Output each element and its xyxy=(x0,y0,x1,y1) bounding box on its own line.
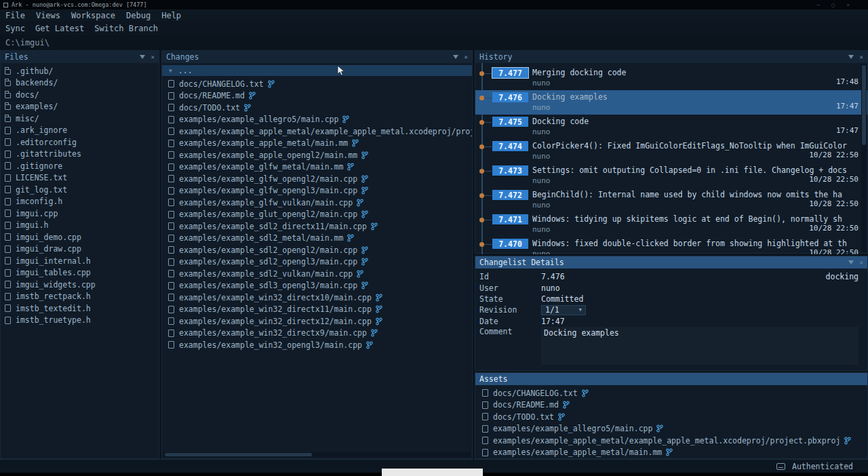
changeset-badge[interactable]: 7.476 xyxy=(492,92,528,102)
file-tree-item[interactable]: imgui.cpp xyxy=(1,207,159,220)
asset-item[interactable]: examples/example_apple_metal/example_app… xyxy=(475,435,867,447)
file-tree-item[interactable]: imgui_demo.cpp xyxy=(1,231,159,243)
file-tree-item[interactable]: imgui_draw.cpp xyxy=(1,243,159,256)
file-tree-item[interactable]: imgui_internal.h xyxy=(1,255,159,267)
changed-file-item[interactable]: examples/example_sdl2_directx11/main.cpp xyxy=(162,220,472,233)
close-button[interactable]: ✕ xyxy=(846,2,850,8)
minimize-button[interactable]: – xyxy=(817,2,821,8)
changed-file-item[interactable]: examples/example_win32_directx9/main.cpp xyxy=(162,328,472,340)
expand-arrow-icon[interactable]: ▼ xyxy=(169,68,172,74)
filter-icon[interactable] xyxy=(848,260,854,264)
changed-file-item[interactable]: examples/example_win32_directx12/main.cp… xyxy=(162,315,472,328)
changed-file-item[interactable]: docs/TODO.txt xyxy=(162,102,472,114)
close-panel-icon[interactable]: ✕ xyxy=(151,54,155,60)
changeset-row[interactable]: 7.474 ColorPicker4(): Fixed ImGuiColorEd… xyxy=(475,139,867,163)
changeset-row[interactable]: 7.472 BeginChild(): Internal name used b… xyxy=(475,188,867,212)
file-tree-item[interactable]: .github/ xyxy=(1,65,159,77)
changed-file-item[interactable]: examples/example_apple_metal/main.mm xyxy=(162,138,472,150)
file-tree-item[interactable]: backends/ xyxy=(1,77,159,90)
file-tree-item[interactable]: imstb_truetype.h xyxy=(1,315,159,327)
toolbar-button[interactable]: Sync xyxy=(5,22,30,35)
maximize-button[interactable]: ▢ xyxy=(831,2,835,8)
changed-file-item[interactable]: examples/example_win32_directx10/main.cp… xyxy=(162,292,472,304)
comment-box[interactable]: Docking examples xyxy=(541,327,859,365)
changes-panel-header: Changes ✕ xyxy=(162,51,472,63)
asset-item[interactable]: examples/example_apple_metal/main.mm xyxy=(475,447,867,459)
asset-item[interactable]: docs/TODO.txt xyxy=(475,411,867,423)
file-tree-item[interactable]: imgui_widgets.cpp xyxy=(1,279,159,291)
menu-item[interactable]: Views xyxy=(31,9,66,21)
file-tree-item[interactable]: imgui_tables.cpp xyxy=(1,267,159,279)
file-name: examples/example_glfw_vulkan/main.cpp xyxy=(179,198,353,207)
file-tree-item[interactable]: .gitignore xyxy=(1,160,159,172)
menu-item[interactable]: File xyxy=(0,9,31,21)
changed-file-item[interactable]: examples/example_sdl2_vulkan/main.cpp xyxy=(162,268,472,280)
changes-root-node[interactable]: ▼ ... xyxy=(162,65,472,76)
file-tree-item[interactable]: .editorconfig xyxy=(1,136,159,148)
file-icon xyxy=(5,222,11,229)
asset-item[interactable]: examples/example_allegro5/main.cpp xyxy=(475,423,867,435)
changed-file-item[interactable]: examples/example_glfw_opengl3/main.cpp xyxy=(162,185,472,197)
asset-item[interactable]: docs/CHANGELOG.txt xyxy=(475,387,867,399)
filter-icon[interactable] xyxy=(140,55,145,59)
changed-file-item[interactable]: examples/example_win32_opengl3/main.cpp xyxy=(162,339,472,351)
changeset-badge[interactable]: 7.472 xyxy=(492,190,528,200)
close-panel-icon[interactable]: ✕ xyxy=(860,54,863,60)
changed-file-item[interactable]: docs/README.md xyxy=(162,90,472,102)
changeset-row[interactable]: 7.476 Docking examples nuno 17:47 xyxy=(475,90,867,115)
menu-item[interactable]: Debug xyxy=(121,9,156,21)
menu-item[interactable]: Workspace xyxy=(66,9,121,21)
scrollbar-thumb[interactable] xyxy=(165,453,312,456)
changed-file-item[interactable]: examples/example_win32_directx11/main.cp… xyxy=(162,304,472,316)
toolbar-button[interactable]: Get Latest xyxy=(35,22,89,35)
scrollbar-thumb[interactable] xyxy=(862,65,866,145)
file-icon xyxy=(5,81,11,86)
changed-file-item[interactable]: docs/CHANGELOG.txt xyxy=(162,78,472,90)
changed-file-item[interactable]: examples/example_sdl2_metal/main.mm xyxy=(162,233,472,245)
file-tree-item[interactable]: .ark_ignore xyxy=(1,125,159,137)
filter-icon[interactable] xyxy=(453,55,458,59)
file-tree-item[interactable]: LICENSE.txt xyxy=(1,172,159,184)
modified-icon xyxy=(844,437,851,445)
changeset-badge[interactable]: 7.473 xyxy=(492,165,528,176)
changed-file-item[interactable]: examples/example_sdl2_opengl2/main.cpp xyxy=(162,244,472,256)
changed-file-item[interactable]: examples/example_glut_opengl2/main.cpp xyxy=(162,209,472,221)
changeset-row[interactable]: 7.475 Docking code nuno 17:47 xyxy=(475,115,867,139)
changeset-badge[interactable]: 7.471 xyxy=(492,214,528,224)
changeset-row[interactable]: 7.477 Merging docking code nuno 17:48 xyxy=(475,66,867,90)
file-tree-item[interactable]: docs/ xyxy=(1,89,159,101)
changed-file-item[interactable]: examples/example_glfw_vulkan/main.cpp xyxy=(162,197,472,209)
file-tree-item[interactable]: git_log.txt xyxy=(1,184,159,196)
menu-item[interactable]: Help xyxy=(156,9,186,21)
changeset-row[interactable]: 7.471 Windows: tidying up skipitems logi… xyxy=(475,212,867,237)
changed-file-item[interactable]: examples/example_allegro5/main.cpp xyxy=(162,114,472,126)
changed-file-item[interactable]: examples/example_glfw_metal/main.mm xyxy=(162,161,472,174)
file-name: examples/example_allegro5/main.cpp xyxy=(493,424,652,433)
file-tree-item[interactable]: imconfig.h xyxy=(1,196,159,208)
changeset-badge[interactable]: 7.477 xyxy=(492,68,528,78)
changed-file-item[interactable]: examples/example_apple_metal/example_app… xyxy=(162,125,472,138)
changeset-row[interactable]: 7.470 Windows: fixed double-clicked bord… xyxy=(475,237,867,254)
file-tree-item[interactable]: imstb_rectpack.h xyxy=(1,291,159,303)
asset-item[interactable]: docs/README.md xyxy=(475,399,867,412)
toolbar-button[interactable]: Switch Branch xyxy=(94,22,163,35)
changeset-badge[interactable]: 7.475 xyxy=(492,117,528,127)
filter-icon[interactable] xyxy=(848,55,854,59)
file-tree-item[interactable]: imstb_textedit.h xyxy=(1,302,159,315)
changeset-row[interactable]: 7.473 Settings: omit outputing Collapsed… xyxy=(475,163,867,188)
file-tree-item[interactable]: .gitattributes xyxy=(1,148,159,161)
close-panel-icon[interactable]: ✕ xyxy=(860,260,863,266)
close-panel-icon[interactable]: ✕ xyxy=(465,54,468,60)
changed-file-item[interactable]: examples/example_sdl3_opengl3/main.cpp xyxy=(162,280,472,292)
changeset-badge[interactable]: 7.474 xyxy=(492,141,528,151)
taskbar-window-button[interactable] xyxy=(382,469,483,476)
file-tree-item[interactable]: examples/ xyxy=(1,101,159,113)
changeset-badge[interactable]: 7.470 xyxy=(492,239,528,249)
file-tree-item[interactable]: misc/ xyxy=(1,113,159,125)
horizontal-scrollbar xyxy=(163,452,471,457)
revision-combobox[interactable]: 1/1 ▼ xyxy=(541,305,586,315)
changed-file-item[interactable]: examples/example_glfw_opengl2/main.cpp xyxy=(162,173,472,185)
changed-file-item[interactable]: examples/example_apple_opengl2/main.mm xyxy=(162,149,472,161)
file-tree-item[interactable]: imgui.h xyxy=(1,220,159,232)
changed-file-item[interactable]: examples/example_sdl2_opengl3/main.cpp xyxy=(162,256,472,269)
